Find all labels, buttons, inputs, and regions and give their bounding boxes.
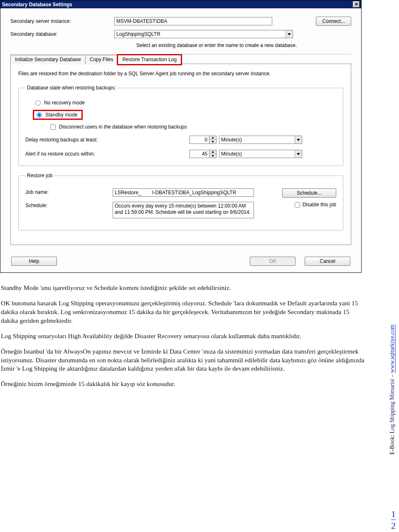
alert-spinner[interactable] (190, 150, 217, 158)
alert-unit-value (219, 150, 295, 158)
jobname-input (113, 188, 254, 197)
server-instance-input (114, 17, 272, 25)
tab-restore-log[interactable]: Restore Transaction Log (118, 55, 181, 64)
server-instance-label: Secondary server instance: (10, 18, 114, 24)
schedule-label: Schedule: (25, 202, 113, 208)
spin-down-icon[interactable] (209, 154, 216, 158)
page-num-top: 1 (391, 509, 396, 519)
dialog-footer: Help OK Cancel (0, 251, 361, 272)
article-p3: Log Shipping senaryoları High Availabili… (1, 332, 366, 341)
dialog-title: Secondary Database Settings (2, 2, 72, 7)
schedule-text: Occurs every day every 15 minute(s) betw… (113, 202, 254, 218)
side-label: E-Book: Log Shipping Mimarisi – www.sqlt… (389, 324, 396, 455)
cancel-button[interactable]: Cancel (305, 257, 350, 266)
page-num-bottom: 2 (391, 521, 396, 530)
standby-mode-radio[interactable] (37, 112, 42, 118)
article-text: Standby Mode 'unu işaretliyoruz ve Sched… (0, 276, 378, 408)
spin-up-icon[interactable] (209, 150, 216, 154)
tab-strip: Initialize Secondary Database Copy Files… (10, 54, 351, 64)
help-button[interactable]: Help (11, 257, 57, 266)
chevron-down-icon[interactable] (286, 30, 293, 38)
schedule-button[interactable]: Schedule... (282, 188, 336, 198)
connect-button[interactable]: Connect... (316, 17, 351, 26)
article-p5: Örneğiniz bizim örneğimizde 15 dakikalık… (1, 380, 366, 388)
side-prefix: E-Book: (389, 433, 395, 455)
restore-description: Files are restored from the destination … (18, 71, 343, 77)
secondary-db-hint: Select an existing database or enter the… (136, 42, 351, 48)
side-url-link[interactable]: www.sqlturkiye.com (389, 324, 395, 373)
alert-unit-select[interactable] (219, 150, 302, 158)
page-numbers: 1 2 (391, 509, 396, 530)
chevron-down-icon[interactable] (295, 136, 302, 144)
article-p4: Örneğin İstanbul 'da bir AlwaysOn yapını… (1, 347, 366, 374)
delay-value-input[interactable] (190, 136, 209, 144)
tab-initialize[interactable]: Initialize Secondary Database (10, 55, 85, 64)
tab-copy-files[interactable]: Copy Files (85, 55, 118, 64)
db-state-legend: Database state when restoring backups: (25, 85, 118, 91)
standby-mode-label: Standby mode (45, 112, 77, 118)
disable-job-label: Disable this job (303, 202, 336, 208)
ok-button[interactable]: OK (250, 257, 296, 266)
page-num-separator (391, 520, 396, 520)
chevron-down-icon[interactable] (295, 150, 302, 158)
delay-label: Delay restoring backups at least: (25, 137, 190, 143)
db-state-group: Database state when restoring backups: N… (18, 85, 343, 166)
secondary-db-label: Secondary database: (10, 31, 114, 37)
restore-job-group: Restore job Job name: Schedule... Schedu… (18, 173, 343, 230)
secondary-database-settings-dialog: Secondary Database Settings ✕ Secondary … (0, 0, 362, 273)
delay-spinner[interactable] (190, 136, 217, 144)
restore-tab-panel: Files are restored from the destination … (10, 64, 351, 245)
disconnect-users-label: Disconnect users in the database when re… (59, 124, 187, 130)
jobname-label: Job name: (25, 188, 113, 195)
restore-job-legend: Restore job (25, 173, 54, 178)
side-title: Log Shipping Mimarisi – (389, 373, 395, 433)
secondary-db-select[interactable] (114, 30, 293, 38)
no-recovery-label: No recovery mode (44, 100, 85, 106)
delay-unit-select[interactable] (219, 136, 302, 144)
spin-up-icon[interactable] (209, 136, 216, 140)
close-icon[interactable]: ✕ (353, 1, 360, 7)
no-recovery-radio[interactable] (35, 100, 41, 106)
disconnect-users-checkbox[interactable] (50, 124, 56, 130)
article-p2: OK butonuna basarak Log Shipping operasy… (1, 299, 366, 325)
alert-value-input[interactable] (190, 150, 209, 158)
delay-unit-value (219, 136, 295, 144)
disable-job-checkbox[interactable] (295, 202, 300, 208)
secondary-db-value[interactable] (115, 30, 286, 38)
article-p1: Standby Mode 'unu işaretliyoruz ve Sched… (1, 284, 366, 292)
spin-down-icon[interactable] (209, 140, 216, 144)
alert-label: Alert if no restore occurs within: (25, 151, 190, 157)
dialog-titlebar: Secondary Database Settings ✕ (0, 0, 361, 8)
